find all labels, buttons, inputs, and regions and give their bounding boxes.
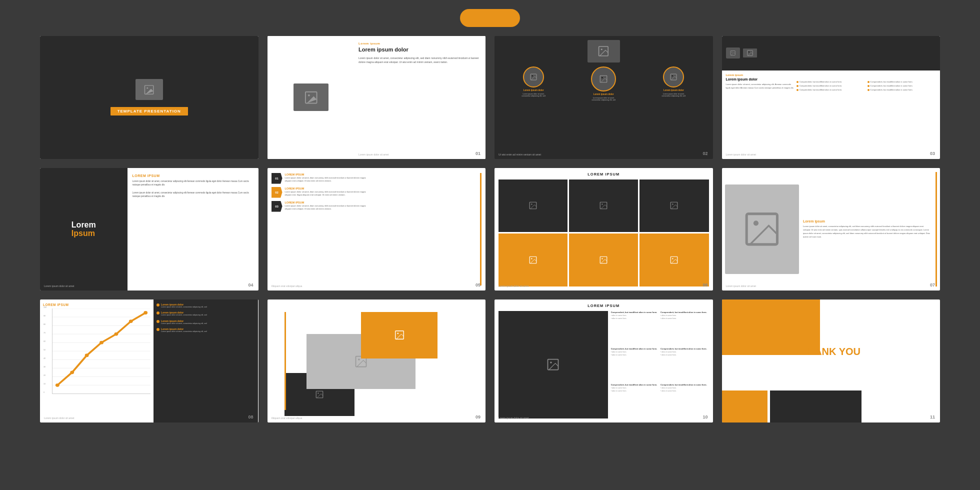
slide7-cell-6 [640,234,708,286]
slide4-body: Lorem ipsum dolor sit amet, consectetur … [726,83,795,90]
slide5-footer: Lorem ipsum dolor sit amet [44,284,74,288]
slide-5[interactable]: Lorem Ipsum LOREM IPSUM Lorem ipsum dolo… [40,168,258,291]
slide9-item-2: Lorem ipsum dolor Lorem ipsum dolor sit … [156,311,256,316]
slide9-footer: Lorem ipsum dolor sit amet [44,416,74,420]
slide-7[interactable]: LOREM IPSUM 06 Lorem ipsum dolor sit ame… [494,168,713,291]
slide-10[interactable]: 09 Aliquam erat volutpat aliqua [268,300,486,422]
slide3-label-3: Lorem ipsum dolor [664,89,684,92]
slide4-rbullet2: Comprenderit, but imodifient alion in so… [868,84,936,87]
slide11-bullet-4: Comprenderit, but imodifient alion in so… [660,348,708,382]
slide5-left: Lorem Ipsum [40,168,128,291]
slide8-content: Lorem ipsum Lorem ipsum dolor sit amet, … [803,220,932,238]
svg-point-19 [602,204,602,205]
slide4-footer: Lorem ipsum dolor sit amet [726,153,756,156]
slide6-step3-badge: 03 [272,201,282,212]
slide-4[interactable]: Lorem ipsum Lorem ipsum dolor Lorem ipsu… [722,36,940,159]
slide7-grid [498,180,709,287]
slide2-footer: Lorem ipsum dolor sit amet [358,153,388,156]
slide3-top-image [498,40,709,62]
slide11-content: Comprenderit, but imodifient alion in so… [498,311,709,418]
svg-point-9 [602,77,602,78]
slide9-chart-title: LOREM IPSUM [43,303,150,306]
svg-point-52 [318,393,318,394]
slide10-footer: Aliquam erat volutpat aliqua [272,416,302,420]
slide-2[interactable]: Lorem ipsum Lorem ipsum dolor Lorem ipsu… [268,36,486,159]
slide4-col3: Comprenderit, but imodifient alion in so… [868,74,936,156]
svg-point-5 [601,48,602,50]
slide11-bullet-2: Comprenderit, but imodifient alion in so… [660,311,708,346]
slide3-text-2: Lorem ipsum dolor sit amet, consectetur … [590,97,618,101]
slide-12[interactable]: THANK YOU 11 Lorem ipsum dolor sit amet [722,300,940,422]
slide9-chart-svg [52,308,150,394]
slide3-label-2: Lorem ipsum dolor [594,93,614,96]
slide9-item-1: Lorem ipsum dolor Lorem ipsum dolor sit … [156,303,256,308]
slide3-circle-img-1 [523,66,544,88]
slide11-bullets: Comprenderit, but imodifient alion in so… [611,311,709,418]
slide1-title: TEMPLATE PRESENTATION [110,107,188,116]
slide5-num: 04 [248,282,253,288]
slide7-cell-3 [640,180,708,232]
slide4-bullet3: Comprenderit, but imodifient alion in so… [796,88,866,91]
slide7-footer: Lorem ipsum dolor sit amet [498,284,528,288]
slide-11[interactable]: LOREM IPSUM Comprenderit, but imodifient… [494,300,713,422]
slide12-dark-bottom [770,390,862,422]
slide8-num: 07 [930,282,935,288]
slide2-title: Lorem ipsum dolor [358,46,480,53]
svg-point-23 [531,258,532,259]
slide5-body1: Lorem ipsum dolor sit amet, consectetur … [132,180,254,187]
slide5-title: Lorem Ipsum [72,220,96,238]
slide-8[interactable]: Lorem ipsum Lorem ipsum dolor sit amet, … [722,168,940,291]
slide9-num: 08 [248,414,253,420]
slide6-step1-badge: 01 [272,173,282,184]
slide8-image [725,184,800,274]
svg-point-21 [672,204,674,205]
slide4-orange-label: Lorem ipsum [726,74,795,76]
slide7-cell-2 [569,180,638,232]
slide3-text-1: Lorem ipsum dolor sit amet, consectetur … [520,93,548,97]
slides-grid: TEMPLATE PRESENTATION Lorem ipsum Lorem … [0,36,980,432]
slide3-circle-img-3 [663,66,684,88]
slide11-bullet-5: Comprenderit, but imodifient alion in so… [611,384,659,418]
slide4-bullet1: Comprenderit, but imodifient alion in so… [796,80,866,83]
svg-point-15 [748,52,750,52]
slide6-step2-badge: 02 [272,187,282,198]
slide3-label-1: Lorem ipsum dolor [524,89,544,92]
slide6-step3-content: LOREM IPSUM Lorem ipsum dolor sit amet, … [285,201,366,211]
slide6-step-1: 01 LOREM IPSUM Lorem ipsum dolor sit ame… [272,173,366,184]
slide-6[interactable]: 01 LOREM IPSUM Lorem ipsum dolor sit ame… [268,168,486,291]
slide3-text-3: Lorem ipsum dolor sit amet, consectetur … [660,93,688,97]
slide11-bullet-1: Comprenderit, but imodifient alion in so… [611,311,659,346]
svg-point-29 [754,220,758,226]
slide10-vbar [284,312,286,410]
slide3-circle-3: Lorem ipsum dolor Lorem ipsum dolor sit … [660,66,688,155]
slide4-col2: Comprenderit, but imodifient alion in so… [796,74,866,156]
slide6-bar [480,173,482,286]
slide-9[interactable]: LOREM IPSUM 100 90 80 70 60 50 40 30 20 … [40,300,258,422]
svg-point-43 [100,341,104,344]
slide3-circles: Lorem ipsum dolor Lorem ipsum dolor sit … [498,66,709,155]
svg-point-11 [672,76,673,76]
slide6-step1-content: LOREM IPSUM Lorem ipsum dolor sit amet, … [285,173,366,183]
svg-point-13 [732,52,732,53]
slide12-right-content [818,307,932,315]
slide4-num: 03 [930,151,935,156]
slide6-step-3: 03 LOREM IPSUM Lorem ipsum dolor sit ame… [272,201,366,212]
slide2-right: Lorem ipsum Lorem ipsum dolor Lorem ipsu… [354,36,486,159]
slide2-image [294,84,328,111]
slide-3[interactable]: Lorem ipsum dolor Lorem ipsum dolor sit … [494,36,713,159]
slide6-step-2: 02 LOREM IPSUM Lorem ipsum dolor sit ame… [272,187,366,198]
svg-point-17 [531,204,532,205]
svg-point-42 [85,354,89,357]
slide7-cell-5 [569,234,638,286]
slide9-left: LOREM IPSUM 100 90 80 70 60 50 40 30 20 … [40,300,154,422]
slide7-title: LOREM IPSUM [498,172,709,176]
svg-point-50 [358,358,360,360]
slide-1[interactable]: TEMPLATE PRESENTATION [40,36,258,159]
slide8-bar [936,172,937,287]
slide3-circle-2: Lorem ipsum dolor Lorem ipsum dolor sit … [590,66,618,155]
top-pill [460,9,520,27]
slide4-col1: Lorem ipsum Lorem ipsum dolor Lorem ipsu… [726,74,795,156]
slide9-chart: 100 90 80 70 60 50 40 30 20 10 0 [52,308,150,394]
svg-point-46 [144,311,148,314]
slide9-item-3: Lorem ipsum dolor Lorem ipsum dolor sit … [156,320,256,325]
